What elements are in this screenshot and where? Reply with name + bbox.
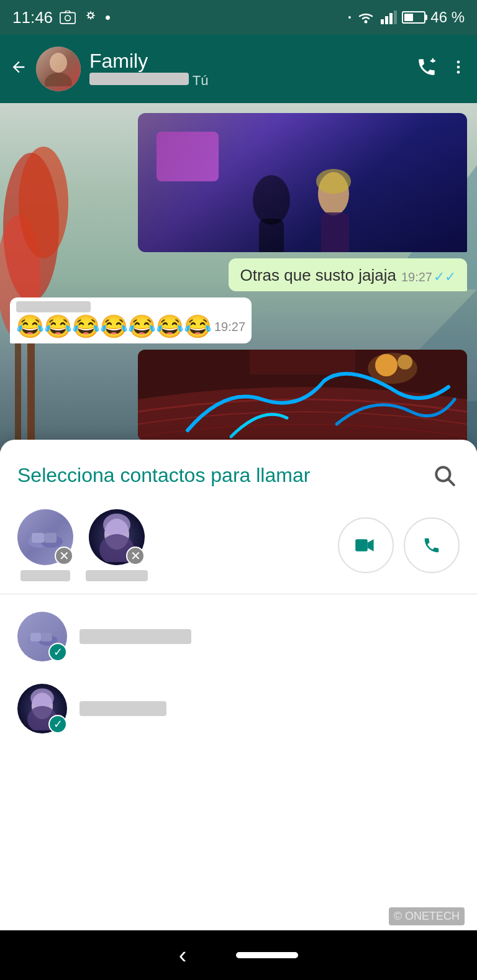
- avatar-image: [42, 52, 75, 86]
- status-right: • 46 %: [348, 9, 465, 26]
- sender-name-blurred: [16, 301, 91, 312]
- emoji-content: 😂😂😂😂😂😂😂: [16, 314, 212, 340]
- signal-dot: •: [348, 12, 351, 22]
- svg-point-11: [457, 65, 460, 68]
- status-dot: •: [105, 8, 111, 27]
- svg-line-32: [449, 480, 454, 485]
- jacket-element: [157, 132, 219, 181]
- group-subtitle: Tú: [89, 73, 407, 89]
- chat-area: Otras que susto jajaja 19:27 ✓✓ 😂😂😂😂😂😂😂 …: [0, 103, 477, 451]
- svg-rect-22: [259, 219, 284, 252]
- sent-image-content: [138, 113, 467, 252]
- search-button[interactable]: [429, 460, 460, 491]
- svg-rect-36: [44, 533, 57, 543]
- time-label: 19:27: [401, 270, 432, 284]
- svg-point-2: [89, 14, 92, 17]
- chat-header: Family Tú: [0, 35, 477, 103]
- contact-avatar-wrap-2: ✓: [17, 684, 67, 733]
- received-time: 19:27: [214, 320, 245, 334]
- nav-home-indicator[interactable]: [236, 952, 298, 958]
- header-actions: [416, 57, 467, 82]
- message-sent-text: Otras que susto jajaja 19:27 ✓✓: [229, 258, 467, 291]
- svg-rect-0: [60, 12, 75, 24]
- status-bar: 11:46 • • 46 %: [0, 0, 477, 35]
- svg-point-25: [316, 169, 351, 194]
- svg-point-38: [103, 514, 130, 536]
- svg-rect-6: [389, 13, 393, 24]
- svg-point-10: [457, 60, 460, 63]
- image-people: [209, 150, 396, 252]
- contact-check-1: ✓: [48, 643, 67, 661]
- contact-name-2-blurred: [80, 701, 166, 716]
- theater-doodle-svg: [138, 350, 467, 441]
- message-time: 19:27 ✓✓: [401, 269, 456, 285]
- selected-contacts-row: ✕ ✕: [0, 503, 477, 594]
- selected-name-1-blurred: [20, 570, 70, 581]
- group-avatar[interactable]: [36, 47, 81, 91]
- svg-rect-35: [32, 533, 44, 543]
- navigation-bar: ‹: [0, 930, 477, 980]
- back-button[interactable]: [10, 58, 27, 81]
- voice-call-button[interactable]: [404, 517, 460, 573]
- svg-point-1: [65, 16, 71, 21]
- svg-rect-5: [385, 16, 388, 24]
- svg-point-12: [457, 70, 460, 73]
- add-call-button[interactable]: [416, 57, 437, 82]
- wifi-icon: [356, 10, 376, 25]
- photo-icon: [59, 11, 76, 24]
- signal-icon: [381, 11, 397, 24]
- header-info: Family Tú: [89, 50, 407, 89]
- svg-point-46: [30, 688, 54, 707]
- emoji-row: 😂😂😂😂😂😂😂 19:27: [16, 314, 245, 340]
- selected-avatar-1: ✕: [17, 509, 73, 565]
- svg-rect-24: [321, 212, 349, 252]
- svg-point-3: [365, 20, 368, 24]
- battery-percent: 46 %: [430, 9, 465, 26]
- remove-contact-1-button[interactable]: ✕: [55, 547, 73, 565]
- svg-rect-44: [41, 633, 52, 642]
- message-received: 😂😂😂😂😂😂😂 19:27: [10, 297, 252, 343]
- contact-picker-sheet: Selecciona contactos para llamar: [0, 440, 477, 980]
- selected-contact-2: ✕: [86, 509, 148, 581]
- message-text: Otras que susto jajaja: [240, 266, 396, 285]
- phone-icon: [422, 536, 441, 555]
- sheet-title: Selecciona contactos para llamar: [17, 464, 310, 487]
- sheet-header: Selecciona contactos para llamar: [0, 440, 477, 503]
- contact-item-1[interactable]: ✓: [0, 601, 477, 673]
- call-action-buttons: [338, 517, 460, 573]
- settings-icon: [83, 9, 99, 25]
- svg-rect-43: [30, 633, 41, 642]
- remove-contact-2-button[interactable]: ✕: [126, 547, 145, 565]
- svg-rect-40: [355, 539, 368, 551]
- contact-avatar-wrap-1: ✓: [17, 612, 67, 661]
- selected-contact-1: ✕: [17, 509, 73, 581]
- status-left: 11:46 •: [12, 8, 111, 27]
- contact-name-1-blurred: [80, 629, 191, 644]
- selected-name-2-blurred: [86, 570, 148, 581]
- contact-check-2: ✓: [48, 715, 67, 733]
- you-label: Tú: [193, 73, 209, 88]
- svg-point-31: [436, 467, 450, 481]
- group-name: Family: [89, 50, 407, 73]
- contact-list: ✓ ✓: [0, 594, 477, 751]
- video-camera-icon: [355, 537, 376, 554]
- theater-image-content: [138, 350, 467, 441]
- selected-avatar-2: ✕: [89, 509, 145, 565]
- message-sent-image: [138, 113, 467, 252]
- read-ticks: ✓✓: [434, 269, 456, 285]
- svg-point-9: [45, 73, 72, 86]
- message-theater-image: [138, 350, 467, 441]
- members-blurred: [89, 73, 189, 85]
- messages-container: Otras que susto jajaja 19:27 ✓✓ 😂😂😂😂😂😂😂 …: [0, 103, 477, 451]
- status-time: 11:46: [12, 8, 53, 27]
- video-call-button[interactable]: [338, 517, 394, 573]
- menu-button[interactable]: [450, 58, 467, 80]
- nav-back-button[interactable]: ‹: [179, 942, 187, 969]
- svg-rect-4: [381, 19, 384, 24]
- contact-item-2[interactable]: ✓: [0, 673, 477, 745]
- message-text-row: Otras que susto jajaja 19:27 ✓✓: [235, 262, 461, 288]
- watermark: © ONETECH: [389, 907, 465, 925]
- svg-point-21: [253, 175, 290, 225]
- svg-rect-7: [394, 11, 397, 24]
- battery-icon: [402, 11, 425, 24]
